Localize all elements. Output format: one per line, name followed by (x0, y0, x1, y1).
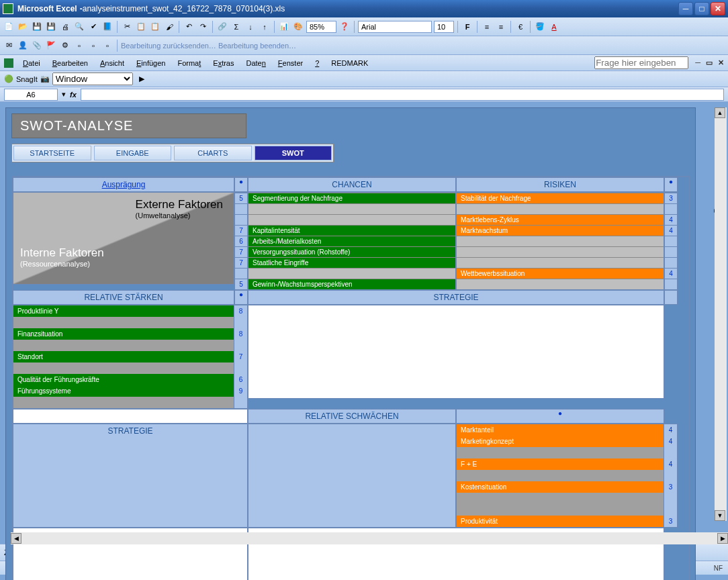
value-cell[interactable] (665, 246, 677, 257)
tab-charts[interactable]: CHARTS (174, 146, 252, 160)
data-cell[interactable]: Marketingkonzept (457, 436, 664, 447)
data-cell[interactable]: F + E (457, 458, 664, 470)
data-cell[interactable] (457, 279, 664, 289)
value-cell[interactable] (665, 203, 677, 214)
snagit-label[interactable]: SnagIt (16, 75, 38, 83)
chart-icon[interactable]: 📊 (278, 21, 290, 33)
edit-end-label[interactable]: Bearbeitung beenden… (218, 42, 296, 50)
attach-icon[interactable]: 📎 (31, 40, 43, 52)
data-cell[interactable]: Produktlinie Y (13, 305, 234, 317)
name-box[interactable]: A6 (4, 89, 58, 101)
paste-icon[interactable]: 📋 (149, 21, 161, 33)
value-cell[interactable] (234, 340, 247, 351)
data-cell[interactable] (457, 447, 664, 458)
scroll-left-icon[interactable]: ◀ (11, 533, 21, 544)
vertical-scrollbar[interactable]: ▲ ▼ (715, 107, 727, 521)
value-cell[interactable]: 4 (665, 214, 677, 225)
font-name-input[interactable] (358, 21, 432, 33)
menu-fenster[interactable]: Fenster (273, 58, 308, 68)
snagit-go-icon[interactable]: ▶ (136, 73, 148, 85)
menu-bearbeiten[interactable]: Bearbeiten (47, 58, 93, 68)
data-cell[interactable]: Kapitalintensität (248, 225, 455, 236)
maximize-button[interactable]: □ (694, 2, 709, 15)
data-cell[interactable]: Marktanteil (457, 424, 664, 436)
drawing-icon[interactable]: 🎨 (292, 21, 304, 33)
data-cell[interactable] (457, 493, 664, 504)
misc2-icon[interactable]: ▫ (87, 40, 99, 52)
value-cell[interactable]: 4 (665, 225, 677, 236)
header-auspraegung[interactable]: Ausprägung (13, 177, 234, 192)
save-all-icon[interactable]: 💾 (45, 21, 57, 33)
value-cell[interactable]: 5 (235, 279, 247, 289)
flag-icon[interactable]: 🚩 (45, 40, 57, 52)
data-cell[interactable] (13, 362, 234, 374)
value-cell[interactable]: 6 (234, 374, 247, 385)
value-cell[interactable]: 7 (235, 257, 247, 268)
value-cell[interactable] (665, 279, 677, 289)
tab-eingabe[interactable]: EINGABE (94, 146, 172, 160)
open-icon[interactable]: 📂 (17, 21, 29, 33)
data-cell[interactable] (13, 397, 234, 408)
question-input[interactable] (594, 56, 688, 69)
snagit-capture-icon[interactable]: 📷 (40, 75, 50, 83)
hyperlink-icon[interactable]: 🔗 (216, 21, 228, 33)
value-cell[interactable]: 4 (665, 268, 677, 279)
value-cell[interactable]: 3 (664, 481, 677, 493)
data-cell[interactable]: Wettbewerbssituation (457, 268, 664, 279)
data-cell[interactable] (248, 214, 455, 225)
data-cell[interactable]: Kostensituation (457, 481, 664, 493)
doc-close-icon[interactable]: ✕ (718, 58, 724, 67)
data-cell[interactable] (248, 203, 455, 214)
value-cell[interactable]: 7 (235, 225, 247, 236)
value-cell[interactable]: 4 (664, 458, 677, 470)
data-cell[interactable] (457, 504, 664, 516)
value-cell[interactable]: 4 (664, 436, 677, 447)
value-cell[interactable]: 5 (235, 193, 247, 203)
save-icon[interactable]: 💾 (31, 21, 43, 33)
data-cell[interactable] (457, 470, 664, 481)
value-cell[interactable] (664, 504, 677, 516)
value-cell[interactable]: 7 (235, 246, 247, 257)
spellcheck-icon[interactable]: ✔ (87, 21, 99, 33)
data-cell[interactable] (457, 246, 664, 257)
menu-datei[interactable]: Datei (17, 58, 46, 68)
formula-input[interactable] (81, 89, 724, 101)
font-color-icon[interactable]: A (548, 21, 560, 33)
format-painter-icon[interactable]: 🖌 (163, 21, 175, 33)
misc1-icon[interactable]: ▫ (73, 40, 85, 52)
misc3-icon[interactable]: ▫ (101, 40, 113, 52)
data-cell[interactable]: Produktivität (457, 516, 664, 527)
menu-extras[interactable]: Extras (208, 58, 239, 68)
strategy-box-1[interactable] (248, 305, 664, 399)
doc-restore-icon[interactable]: ▭ (706, 58, 713, 67)
currency-icon[interactable]: € (514, 21, 527, 33)
value-cell[interactable] (664, 493, 677, 504)
data-cell[interactable]: Marktwachstum (457, 225, 664, 236)
value-cell[interactable] (234, 397, 247, 408)
value-cell[interactable] (664, 470, 677, 481)
data-cell[interactable]: Führungssysteme (13, 385, 234, 397)
value-cell[interactable]: 3 (664, 516, 677, 527)
value-cell[interactable] (665, 257, 677, 268)
value-cell[interactable]: 4 (664, 424, 677, 436)
menu-daten[interactable]: Daten (240, 58, 271, 68)
fx-icon[interactable]: fx (70, 91, 77, 99)
strategy-box-2[interactable] (13, 409, 248, 424)
menu-ansicht[interactable]: Ansicht (95, 58, 130, 68)
fill-color-icon[interactable]: 🪣 (534, 21, 546, 33)
value-cell[interactable] (234, 362, 247, 374)
align-left-icon[interactable]: ≡ (481, 21, 493, 33)
horizontal-scrollbar[interactable]: ◀ ▶ (11, 532, 728, 544)
data-cell[interactable] (457, 257, 664, 268)
options-icon[interactable]: ⚙ (59, 40, 71, 52)
data-cell[interactable] (457, 203, 664, 214)
tab-startseite[interactable]: STARTSEITE (13, 146, 91, 160)
sort-asc-icon[interactable]: ↓ (244, 21, 257, 33)
value-cell[interactable] (234, 317, 247, 328)
redo-icon[interactable]: ↷ (197, 21, 209, 33)
data-cell[interactable] (13, 340, 234, 351)
scroll-down-icon[interactable]: ▼ (715, 510, 725, 521)
cut-icon[interactable]: ✂ (121, 21, 133, 33)
close-button[interactable]: ✕ (711, 2, 725, 15)
mail-icon[interactable]: ✉ (3, 40, 15, 52)
